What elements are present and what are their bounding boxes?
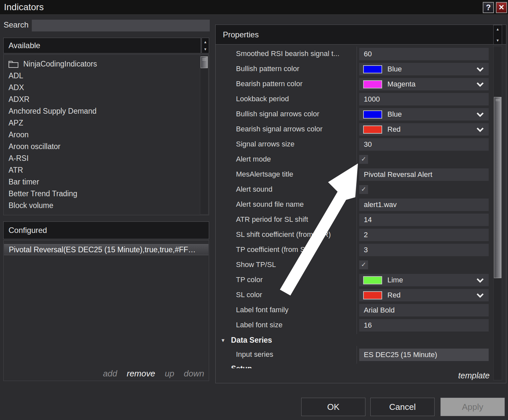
group-header-data-series[interactable]: ▼ Data Series: [216, 333, 493, 347]
properties-scrollbar[interactable]: [493, 46, 502, 380]
remove-link[interactable]: remove: [127, 369, 155, 378]
property-label: Bearish signal arrows color: [236, 122, 322, 137]
configured-item-selected[interactable]: Pivotal Reversal(ES DEC25 (15 Minute),tr…: [4, 244, 208, 255]
color-dropdown[interactable]: Lime: [359, 274, 489, 286]
list-item[interactable]: Bar timer: [4, 176, 209, 188]
property-label: SL color: [236, 288, 262, 303]
group-header-setup-clipped[interactable]: Setup: [216, 362, 493, 368]
property-label: Bullish pattern color: [236, 62, 299, 77]
color-name: Magenta: [387, 80, 416, 88]
chevron-down-icon: [476, 127, 484, 132]
property-value-input[interactable]: alert1.wav: [359, 199, 489, 211]
list-item[interactable]: Anchored Supply Demand: [4, 105, 209, 117]
chevron-down-icon: [476, 67, 484, 72]
list-item[interactable]: Better Trend Trading: [4, 188, 209, 200]
list-item[interactable]: ADX: [4, 82, 209, 93]
property-row: Label font family Arial Bold: [216, 303, 493, 318]
property-value-input[interactable]: Arial Bold: [359, 304, 489, 316]
list-item[interactable]: Block volume: [4, 200, 209, 211]
property-label: Bearish pattern color: [236, 77, 303, 92]
list-item[interactable]: Aroon oscillator: [4, 141, 209, 152]
close-icon: ✕: [498, 3, 504, 11]
color-name: Blue: [387, 110, 402, 119]
cancel-button[interactable]: Cancel: [370, 398, 435, 416]
show-tpsl-checkbox[interactable]: ✓: [359, 260, 368, 269]
list-item-folder[interactable]: NinjaCodingIndicators: [4, 58, 209, 70]
properties-scrollbar-thumb[interactable]: [494, 97, 501, 278]
window-title: Indicators: [4, 2, 44, 12]
close-button[interactable]: ✕: [496, 2, 507, 13]
list-item[interactable]: APZ: [4, 117, 209, 129]
add-link[interactable]: add: [103, 369, 117, 378]
properties-panel: Properties ▲ ▼ Smoothed RSI bearish sign…: [215, 25, 506, 383]
configured-list: Pivotal Reversal(ES DEC25 (15 Minute),tr…: [3, 240, 209, 381]
search-label: Search: [4, 20, 29, 29]
chevron-down-icon: [476, 293, 484, 298]
color-dropdown[interactable]: Magenta: [359, 78, 489, 90]
property-value-input[interactable]: Pivotal Reversal Alert: [359, 168, 489, 181]
property-value-input[interactable]: 1000: [359, 93, 489, 105]
property-value-input[interactable]: 60: [359, 48, 489, 60]
properties-rows: Smoothed RSI bearish signal t... 60 Bull…: [216, 47, 493, 368]
property-value-input[interactable]: 16: [359, 319, 489, 332]
group-label: Setup: [231, 364, 252, 368]
collapse-triangle-icon: ▼: [221, 337, 225, 343]
input-series-value[interactable]: ES DEC25 (15 Minute): [359, 349, 489, 361]
list-item[interactable]: ADL: [4, 70, 209, 82]
color-dropdown[interactable]: Blue: [359, 108, 489, 121]
up-link[interactable]: up: [165, 369, 174, 378]
property-row: Label font size 16: [216, 318, 493, 333]
color-swatch: [363, 125, 382, 134]
available-scrollbar[interactable]: [200, 55, 208, 215]
checkmark-icon: ✓: [361, 156, 366, 162]
scroll-up-icon[interactable]: ▲: [496, 28, 499, 31]
available-scroll-buttons[interactable]: ▲ ▼: [202, 38, 209, 53]
search-input[interactable]: [32, 20, 210, 31]
alert-sound-checkbox[interactable]: ✓: [359, 185, 368, 194]
list-item[interactable]: A-RSI: [4, 152, 209, 164]
property-label: Label font size: [236, 318, 283, 333]
property-label: Alert mode: [236, 152, 271, 167]
color-dropdown[interactable]: Red: [359, 123, 489, 136]
property-value-input[interactable]: 14: [359, 214, 489, 226]
scroll-down-icon[interactable]: ▼: [204, 48, 207, 51]
color-dropdown[interactable]: Blue: [359, 63, 489, 75]
help-icon: ?: [486, 3, 491, 12]
property-label: Label font family: [236, 303, 288, 318]
ok-button[interactable]: OK: [301, 398, 365, 416]
property-value-input[interactable]: 30: [359, 138, 489, 151]
alert-mode-checkbox[interactable]: ✓: [359, 155, 368, 164]
properties-scroll-buttons[interactable]: ▲ ▼: [493, 25, 502, 45]
property-row: ATR period for SL shift 14: [216, 212, 493, 227]
list-item[interactable]: ATR: [4, 164, 209, 176]
properties-header: Properties: [216, 25, 506, 45]
property-label: MesAlertsage title: [236, 167, 293, 182]
property-row: Bearish signal arrows color Red: [216, 122, 493, 137]
color-swatch: [363, 276, 382, 284]
property-row: TP color Lime: [216, 273, 493, 288]
property-label: ATR period for SL shift: [236, 212, 308, 227]
configured-actions: add remove up down: [96, 369, 204, 379]
property-row: Bullish pattern color Blue: [216, 62, 493, 77]
property-row: Lookback period 1000: [216, 92, 493, 107]
property-row: Alert sound file name alert1.wav: [216, 197, 493, 212]
property-row: Smoothed RSI bearish signal t... 60: [216, 47, 493, 62]
property-row: Alert sound ✓: [216, 182, 493, 197]
color-name: Lime: [387, 276, 403, 284]
property-label: Signal arrows size: [236, 137, 295, 152]
list-item[interactable]: Aroon: [4, 129, 209, 141]
scroll-up-icon[interactable]: ▲: [204, 40, 207, 44]
property-value-input[interactable]: 3: [359, 244, 489, 256]
help-button[interactable]: ?: [483, 2, 494, 13]
list-item[interactable]: ADXR: [4, 93, 209, 105]
apply-button[interactable]: Apply: [440, 398, 505, 416]
property-row: Show TP/SL ✓: [216, 258, 493, 273]
template-link[interactable]: template: [458, 371, 490, 380]
color-dropdown[interactable]: Red: [359, 289, 489, 301]
property-row: Input series ES DEC25 (15 Minute): [216, 347, 493, 362]
property-label: Alert sound file name: [236, 197, 304, 212]
down-link[interactable]: down: [184, 369, 204, 378]
scroll-down-icon[interactable]: ▼: [496, 39, 499, 42]
available-scrollbar-thumb[interactable]: [201, 56, 208, 68]
property-value-input[interactable]: 2: [359, 229, 489, 241]
